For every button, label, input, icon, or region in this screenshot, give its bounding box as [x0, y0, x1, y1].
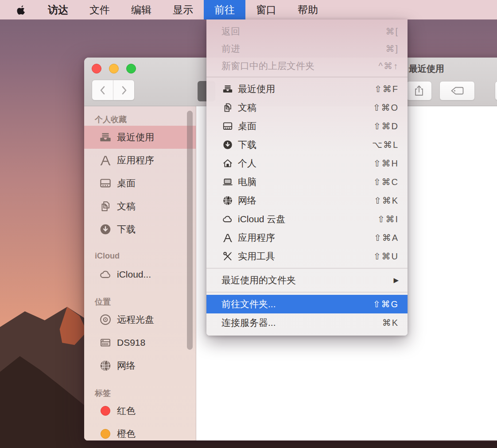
desktop-icon — [221, 120, 233, 132]
sidebar-item-label: 桌面 — [117, 177, 136, 189]
tag-button[interactable] — [439, 81, 475, 100]
sidebar-item-ds918[interactable]: DS918 — [84, 331, 196, 354]
sidebar-item-label: 应用程序 — [117, 154, 154, 166]
network-globe-icon — [99, 359, 112, 372]
sidebar-item-label: DS918 — [117, 337, 145, 348]
sidebar-item-tag-orange[interactable]: 橙色 — [84, 422, 196, 440]
sidebar-item-documents[interactable]: 文稿 — [84, 195, 196, 218]
server-icon — [99, 336, 112, 349]
close-button[interactable] — [92, 64, 101, 73]
menu-edit[interactable]: 编辑 — [120, 0, 162, 19]
home-icon — [221, 158, 233, 170]
menu-separator — [206, 77, 408, 77]
traffic-lights — [92, 64, 136, 73]
sidebar-item-tag-red[interactable]: 红色 — [84, 399, 196, 422]
sidebar-section-tags: 标签 — [95, 388, 196, 398]
screen: 最近使用 个人收藏 最近使用 应用程序 桌面 — [0, 0, 497, 448]
menu-item-go-to-folder[interactable]: 前往文件夹... ⇧⌘G — [206, 295, 408, 313]
menu-item-applications[interactable]: 应用程序 ⇧⌘A — [206, 228, 408, 247]
chevron-left-icon — [98, 85, 108, 96]
utilities-icon — [221, 251, 233, 263]
menu-item-desktop[interactable]: 桌面 ⇧⌘D — [206, 117, 408, 135]
remote-disc-icon — [99, 313, 112, 326]
sidebar-scrollbar-thumb[interactable] — [187, 111, 193, 350]
sidebar-item-label: 红色 — [117, 405, 136, 417]
share-button[interactable] — [406, 81, 432, 100]
menu-item-enclosing-folder: 新窗口中的上层文件夹 ^⌘↑ — [206, 57, 408, 74]
recents-icon — [221, 83, 233, 95]
menu-go[interactable]: 前往 — [204, 0, 245, 19]
sidebar-item-label: 远程光盘 — [117, 313, 154, 326]
downloads-icon — [99, 223, 112, 236]
menu-bar: 访达 文件 编辑 显示 前往 窗口 帮助 — [0, 0, 497, 19]
sidebar-item-downloads[interactable]: 下载 — [84, 218, 196, 241]
menu-separator — [206, 268, 408, 269]
menu-item-forward: 前进 ⌘] — [206, 40, 408, 57]
submenu-arrow-icon: ▶ — [393, 276, 399, 284]
sidebar-item-label: iCloud... — [117, 269, 151, 280]
documents-icon — [221, 102, 233, 114]
applications-icon — [99, 154, 112, 167]
desktop-icon — [99, 177, 112, 190]
go-dropdown-menu: 返回 ⌘[ 前进 ⌘] 新窗口中的上层文件夹 ^⌘↑ 最近使用 ⇧⌘F 文稿 ⇧… — [206, 19, 408, 336]
network-globe-icon — [221, 195, 233, 207]
computer-icon — [221, 176, 233, 188]
menu-item-icloud-drive[interactable]: iCloud 云盘 ⇧⌘I — [206, 210, 408, 228]
sidebar-item-applications[interactable]: 应用程序 — [84, 149, 196, 172]
apple-menu[interactable] — [0, 0, 37, 19]
window-title: 最近使用 — [409, 63, 444, 75]
applications-icon — [221, 232, 233, 244]
menu-item-downloads[interactable]: 下载 ⌥⌘L — [206, 135, 408, 154]
back-button[interactable] — [92, 80, 113, 100]
red-tag-icon — [99, 404, 112, 417]
navigation-buttons — [92, 80, 135, 100]
documents-icon — [99, 200, 112, 213]
menu-item-computer[interactable]: 电脑 ⇧⌘C — [206, 173, 408, 191]
menu-item-documents[interactable]: 文稿 ⇧⌘O — [206, 98, 408, 117]
sidebar-item-desktop[interactable]: 桌面 — [84, 172, 196, 195]
menu-separator — [206, 292, 408, 293]
forward-button[interactable] — [113, 80, 134, 100]
sidebar-item-label: 文稿 — [117, 200, 136, 212]
zoom-button[interactable] — [126, 64, 136, 73]
minimize-button[interactable] — [109, 64, 119, 73]
sidebar-section-icloud: iCloud — [95, 251, 196, 262]
sidebar-item-label: 橙色 — [117, 428, 136, 440]
menu-item-recents[interactable]: 最近使用 ⇧⌘F — [206, 80, 408, 98]
menu-item-recent-folders[interactable]: 最近使用的文件夹 ▶ — [206, 271, 408, 290]
icloud-icon — [99, 268, 112, 281]
share-icon — [413, 84, 425, 97]
sidebar-item-remote-disc[interactable]: 远程光盘 — [84, 308, 196, 331]
menu-item-home[interactable]: 个人 ⇧⌘H — [206, 154, 408, 173]
toolbar-extra-button[interactable] — [495, 81, 497, 100]
apple-logo-icon — [17, 4, 26, 15]
sidebar-section-locations: 位置 — [95, 297, 196, 307]
menu-item-connect-to-server[interactable]: 连接服务器... ⌘K — [206, 313, 408, 332]
menu-help[interactable]: 帮助 — [287, 0, 329, 19]
menu-item-network[interactable]: 网络 ⇧⌘K — [206, 191, 408, 210]
menu-item-back: 返回 ⌘[ — [206, 23, 408, 40]
sidebar-item-icloud-drive[interactable]: iCloud... — [84, 263, 196, 286]
finder-sidebar: 个人收藏 最近使用 应用程序 桌面 文稿 下载 iCloud — [84, 106, 196, 440]
tag-icon — [450, 85, 465, 97]
recents-icon — [99, 131, 112, 144]
menu-item-utilities[interactable]: 实用工具 ⇧⌘U — [206, 247, 408, 266]
orange-tag-icon — [99, 427, 112, 440]
icloud-icon — [221, 213, 233, 225]
sidebar-item-network[interactable]: 网络 — [84, 354, 196, 377]
sidebar-item-label: 网络 — [117, 359, 136, 372]
menu-window[interactable]: 窗口 — [245, 0, 287, 19]
sidebar-section-favorites: 个人收藏 — [95, 114, 196, 125]
chevron-right-icon — [119, 85, 129, 96]
menu-file[interactable]: 文件 — [79, 0, 120, 19]
sidebar-item-label: 下载 — [117, 223, 136, 236]
sidebar-item-label: 最近使用 — [117, 131, 154, 143]
sidebar-item-recents[interactable]: 最近使用 — [84, 126, 196, 149]
menu-finder[interactable]: 访达 — [37, 0, 79, 19]
menu-view[interactable]: 显示 — [162, 0, 204, 19]
downloads-icon — [221, 139, 233, 151]
